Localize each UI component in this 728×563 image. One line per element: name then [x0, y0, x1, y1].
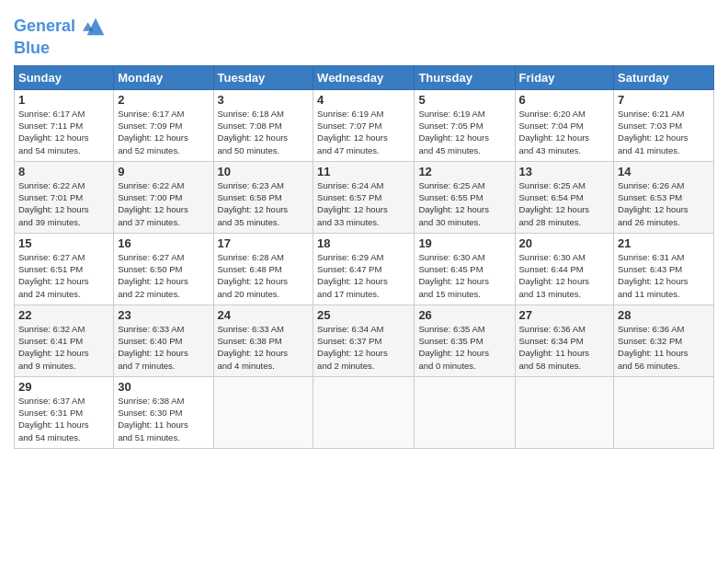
calendar-day-22: 22Sunrise: 6:32 AMSunset: 6:41 PMDayligh…	[15, 304, 114, 376]
calendar-week-2: 8Sunrise: 6:22 AMSunset: 7:01 PMDaylight…	[15, 161, 714, 233]
calendar-day-empty	[415, 376, 515, 448]
calendar-day-11: 11Sunrise: 6:24 AMSunset: 6:57 PMDayligh…	[313, 161, 415, 233]
header-saturday: Saturday	[614, 65, 714, 89]
day-info: Sunrise: 6:27 AMSunset: 6:51 PMDaylight:…	[18, 251, 109, 300]
calendar-day-30: 30Sunrise: 6:38 AMSunset: 6:30 PMDayligh…	[114, 376, 213, 448]
calendar-day-8: 8Sunrise: 6:22 AMSunset: 7:01 PMDaylight…	[15, 161, 114, 233]
header-friday: Friday	[515, 65, 614, 89]
day-number: 25	[317, 308, 410, 322]
day-info: Sunrise: 6:33 AMSunset: 6:38 PMDaylight:…	[218, 323, 310, 372]
calendar-day-5: 5Sunrise: 6:19 AMSunset: 7:05 PMDaylight…	[415, 89, 515, 161]
day-info: Sunrise: 6:35 AMSunset: 6:35 PMDaylight:…	[418, 323, 510, 372]
day-info: Sunrise: 6:25 AMSunset: 6:55 PMDaylight:…	[418, 179, 510, 228]
day-number: 16	[118, 236, 209, 250]
day-number: 9	[118, 165, 209, 178]
day-info: Sunrise: 6:21 AMSunset: 7:03 PMDaylight:…	[618, 108, 710, 156]
calendar-day-14: 14Sunrise: 6:26 AMSunset: 6:53 PMDayligh…	[614, 161, 714, 233]
page-container: General Blue SundayMondayTuesdayWednesda…	[0, 0, 728, 458]
logo-icon	[83, 14, 108, 40]
day-info: Sunrise: 6:32 AMSunset: 6:41 PMDaylight:…	[18, 323, 109, 372]
day-info: Sunrise: 6:23 AMSunset: 6:58 PMDaylight:…	[218, 179, 310, 228]
calendar-day-18: 18Sunrise: 6:29 AMSunset: 6:47 PMDayligh…	[313, 233, 415, 304]
day-number: 8	[18, 165, 109, 178]
day-number: 14	[618, 165, 710, 178]
day-info: Sunrise: 6:30 AMSunset: 6:44 PMDaylight:…	[519, 251, 610, 300]
day-info: Sunrise: 6:25 AMSunset: 6:54 PMDaylight:…	[519, 179, 610, 228]
day-info: Sunrise: 6:29 AMSunset: 6:47 PMDaylight:…	[317, 251, 410, 300]
calendar-day-21: 21Sunrise: 6:31 AMSunset: 6:43 PMDayligh…	[614, 233, 714, 304]
logo-blue: Blue	[14, 40, 108, 58]
calendar-day-empty	[313, 376, 415, 448]
day-number: 2	[118, 93, 209, 107]
calendar-day-12: 12Sunrise: 6:25 AMSunset: 6:55 PMDayligh…	[415, 161, 515, 233]
calendar-day-4: 4Sunrise: 6:19 AMSunset: 7:07 PMDaylight…	[313, 89, 415, 161]
day-info: Sunrise: 6:38 AMSunset: 6:30 PMDaylight:…	[118, 395, 209, 443]
day-info: Sunrise: 6:36 AMSunset: 6:34 PMDaylight:…	[519, 323, 610, 372]
calendar-day-15: 15Sunrise: 6:27 AMSunset: 6:51 PMDayligh…	[15, 233, 114, 304]
calendar-day-empty	[515, 376, 614, 448]
day-info: Sunrise: 6:22 AMSunset: 7:00 PMDaylight:…	[118, 179, 209, 228]
calendar-day-28: 28Sunrise: 6:36 AMSunset: 6:32 PMDayligh…	[614, 304, 714, 376]
day-number: 15	[18, 236, 109, 250]
day-number: 21	[618, 236, 710, 250]
calendar-week-4: 22Sunrise: 6:32 AMSunset: 6:41 PMDayligh…	[15, 304, 714, 376]
logo-general: General	[14, 17, 75, 35]
day-number: 26	[418, 308, 510, 322]
day-info: Sunrise: 6:24 AMSunset: 6:57 PMDaylight:…	[317, 179, 410, 228]
calendar-day-empty	[213, 376, 313, 448]
day-number: 28	[618, 308, 710, 322]
day-info: Sunrise: 6:37 AMSunset: 6:31 PMDaylight:…	[18, 395, 109, 443]
day-number: 12	[418, 165, 510, 178]
day-number: 18	[317, 236, 410, 250]
header: General Blue	[14, 9, 714, 58]
calendar-day-10: 10Sunrise: 6:23 AMSunset: 6:58 PMDayligh…	[213, 161, 313, 233]
calendar-day-27: 27Sunrise: 6:36 AMSunset: 6:34 PMDayligh…	[515, 304, 614, 376]
day-info: Sunrise: 6:27 AMSunset: 6:50 PMDaylight:…	[118, 251, 209, 300]
day-info: Sunrise: 6:33 AMSunset: 6:40 PMDaylight:…	[118, 323, 209, 372]
day-number: 30	[118, 380, 209, 394]
calendar-day-6: 6Sunrise: 6:20 AMSunset: 7:04 PMDaylight…	[515, 89, 614, 161]
day-number: 13	[519, 165, 610, 178]
calendar-day-13: 13Sunrise: 6:25 AMSunset: 6:54 PMDayligh…	[515, 161, 614, 233]
calendar-day-24: 24Sunrise: 6:33 AMSunset: 6:38 PMDayligh…	[213, 304, 313, 376]
day-number: 22	[18, 308, 109, 322]
calendar-day-20: 20Sunrise: 6:30 AMSunset: 6:44 PMDayligh…	[515, 233, 614, 304]
calendar-week-5: 29Sunrise: 6:37 AMSunset: 6:31 PMDayligh…	[15, 376, 714, 448]
calendar-day-29: 29Sunrise: 6:37 AMSunset: 6:31 PMDayligh…	[15, 376, 114, 448]
calendar-day-7: 7Sunrise: 6:21 AMSunset: 7:03 PMDaylight…	[614, 89, 714, 161]
day-info: Sunrise: 6:26 AMSunset: 6:53 PMDaylight:…	[618, 179, 710, 228]
header-thursday: Thursday	[415, 65, 515, 89]
day-number: 27	[519, 308, 610, 322]
header-monday: Monday	[114, 65, 213, 89]
day-info: Sunrise: 6:31 AMSunset: 6:43 PMDaylight:…	[618, 251, 710, 300]
calendar-table: SundayMondayTuesdayWednesdayThursdayFrid…	[14, 65, 714, 449]
calendar-day-19: 19Sunrise: 6:30 AMSunset: 6:45 PMDayligh…	[415, 233, 515, 304]
day-number: 19	[418, 236, 510, 250]
calendar-day-1: 1Sunrise: 6:17 AMSunset: 7:11 PMDaylight…	[15, 89, 114, 161]
calendar-week-3: 15Sunrise: 6:27 AMSunset: 6:51 PMDayligh…	[15, 233, 714, 304]
day-info: Sunrise: 6:19 AMSunset: 7:07 PMDaylight:…	[317, 108, 410, 156]
day-info: Sunrise: 6:18 AMSunset: 7:08 PMDaylight:…	[218, 108, 310, 156]
day-info: Sunrise: 6:20 AMSunset: 7:04 PMDaylight:…	[519, 108, 610, 156]
day-info: Sunrise: 6:22 AMSunset: 7:01 PMDaylight:…	[18, 179, 109, 228]
day-number: 1	[18, 93, 109, 107]
day-number: 10	[218, 165, 310, 178]
calendar-day-17: 17Sunrise: 6:28 AMSunset: 6:48 PMDayligh…	[213, 233, 313, 304]
calendar-header-row: SundayMondayTuesdayWednesdayThursdayFrid…	[15, 65, 714, 89]
logo: General Blue	[14, 14, 108, 58]
calendar-day-23: 23Sunrise: 6:33 AMSunset: 6:40 PMDayligh…	[114, 304, 213, 376]
day-number: 7	[618, 93, 710, 107]
day-info: Sunrise: 6:36 AMSunset: 6:32 PMDaylight:…	[618, 323, 710, 372]
header-wednesday: Wednesday	[313, 65, 415, 89]
day-info: Sunrise: 6:19 AMSunset: 7:05 PMDaylight:…	[418, 108, 510, 156]
header-tuesday: Tuesday	[213, 65, 313, 89]
day-number: 29	[18, 380, 109, 394]
day-info: Sunrise: 6:17 AMSunset: 7:09 PMDaylight:…	[118, 108, 209, 156]
calendar-day-empty	[614, 376, 714, 448]
day-info: Sunrise: 6:34 AMSunset: 6:37 PMDaylight:…	[317, 323, 410, 372]
day-number: 6	[519, 93, 610, 107]
day-number: 24	[218, 308, 310, 322]
day-number: 3	[218, 93, 310, 107]
day-info: Sunrise: 6:17 AMSunset: 7:11 PMDaylight:…	[18, 108, 109, 156]
calendar-day-9: 9Sunrise: 6:22 AMSunset: 7:00 PMDaylight…	[114, 161, 213, 233]
